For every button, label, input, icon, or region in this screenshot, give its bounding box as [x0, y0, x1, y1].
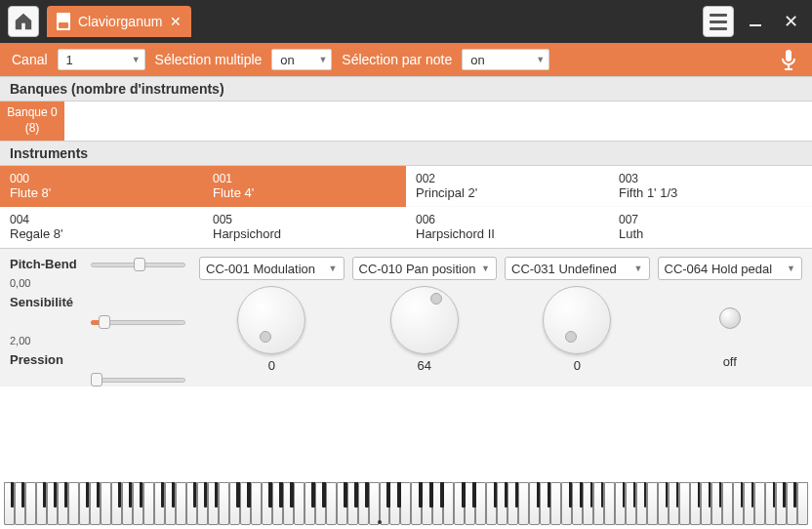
- black-key[interactable]: [569, 482, 573, 508]
- black-key[interactable]: [279, 482, 283, 508]
- cc-select[interactable]: CC-064 Hold pedal▼: [658, 257, 803, 280]
- cc-select[interactable]: CC-031 Undefined▼: [505, 257, 650, 280]
- chevron-down-icon: ▼: [536, 55, 545, 64]
- black-key[interactable]: [193, 482, 195, 508]
- black-key[interactable]: [140, 482, 142, 508]
- black-key[interactable]: [644, 482, 646, 508]
- title-bar: Claviorganum ✕ ✕: [0, 0, 812, 43]
- instrument-number: 003: [619, 172, 802, 185]
- chevron-down-icon: ▼: [634, 264, 643, 273]
- tab-close-icon[interactable]: ✕: [170, 14, 182, 29]
- black-key[interactable]: [54, 482, 56, 508]
- bank-cell[interactable]: Banque 0 (8): [0, 102, 64, 141]
- cc-knob-row: 0640off: [199, 286, 802, 373]
- instrument-name: Luth: [619, 226, 802, 241]
- home-icon: [13, 12, 34, 31]
- pitchbend-slider[interactable]: [91, 258, 185, 271]
- black-key[interactable]: [719, 482, 721, 508]
- black-key[interactable]: [129, 482, 131, 508]
- instrument-cell[interactable]: 005Harpsichord: [203, 207, 406, 248]
- black-key[interactable]: [741, 482, 743, 508]
- black-key[interactable]: [236, 482, 240, 508]
- cc-led[interactable]: [719, 307, 741, 329]
- cc-knob[interactable]: [390, 286, 459, 354]
- black-key[interactable]: [365, 482, 369, 508]
- black-key[interactable]: [773, 482, 775, 508]
- cc-column: CC-001 Modulation▼CC-010 Pan position▼CC…: [199, 257, 802, 373]
- black-key[interactable]: [161, 482, 163, 508]
- sensibility-slider[interactable]: [91, 315, 185, 329]
- black-key[interactable]: [11, 482, 13, 508]
- window-minimize-button[interactable]: [742, 8, 769, 35]
- black-key[interactable]: [666, 482, 668, 508]
- virtual-keyboard[interactable]: [4, 482, 808, 525]
- black-key[interactable]: [354, 482, 358, 508]
- black-key[interactable]: [322, 482, 326, 508]
- home-button[interactable]: [8, 6, 39, 37]
- instrument-name: Harpsichord II: [416, 226, 599, 241]
- cc-knob-cell: off: [658, 286, 803, 373]
- instrument-cell[interactable]: 001Flute 4': [203, 166, 406, 207]
- black-key[interactable]: [472, 482, 476, 508]
- black-key[interactable]: [397, 482, 401, 508]
- instrument-cell[interactable]: 000Flute 8': [0, 166, 203, 207]
- note-select[interactable]: on ▼: [462, 49, 549, 70]
- black-key[interactable]: [86, 482, 88, 508]
- black-key[interactable]: [783, 482, 785, 508]
- black-key[interactable]: [215, 482, 217, 508]
- black-key[interactable]: [172, 482, 174, 508]
- black-key[interactable]: [43, 482, 45, 508]
- cc-knob[interactable]: [237, 286, 305, 354]
- black-key[interactable]: [537, 482, 541, 508]
- black-key[interactable]: [709, 482, 710, 508]
- black-key[interactable]: [515, 482, 519, 508]
- instrument-number: 007: [619, 213, 802, 226]
- black-key[interactable]: [751, 482, 753, 508]
- black-key[interactable]: [698, 482, 700, 508]
- black-key[interactable]: [204, 482, 206, 508]
- black-key[interactable]: [590, 482, 592, 508]
- black-key[interactable]: [344, 482, 347, 508]
- black-key[interactable]: [548, 482, 551, 508]
- multi-select-value: on: [280, 53, 294, 67]
- black-key[interactable]: [676, 482, 678, 508]
- black-key[interactable]: [793, 482, 795, 508]
- black-key[interactable]: [97, 482, 99, 508]
- black-key[interactable]: [118, 482, 120, 508]
- instrument-cell[interactable]: 004Regale 8': [0, 207, 203, 248]
- instrument-cell[interactable]: 007Luth: [609, 207, 812, 248]
- black-key[interactable]: [494, 482, 498, 508]
- menu-button[interactable]: [703, 6, 734, 37]
- black-key[interactable]: [429, 482, 433, 508]
- instrument-cell[interactable]: 003Fifth 1' 1/3: [609, 166, 812, 207]
- microphone-icon[interactable]: [777, 48, 800, 71]
- cc-label: CC-001 Modulation: [206, 262, 315, 276]
- instrument-cell[interactable]: 002Principal 2': [406, 166, 609, 207]
- cc-select[interactable]: CC-010 Pan position▼: [352, 257, 498, 280]
- multi-select[interactable]: on ▼: [271, 49, 332, 70]
- cc-select[interactable]: CC-001 Modulation▼: [199, 257, 345, 280]
- pressure-slider[interactable]: [91, 373, 185, 387]
- black-key[interactable]: [64, 482, 66, 508]
- black-key[interactable]: [601, 482, 603, 508]
- instrument-name: Regale 8': [10, 226, 193, 241]
- black-key[interactable]: [440, 482, 444, 508]
- window-close-button[interactable]: ✕: [777, 8, 804, 35]
- canal-select[interactable]: 1 ▼: [58, 49, 145, 70]
- black-key[interactable]: [21, 482, 23, 508]
- black-key[interactable]: [623, 482, 625, 508]
- black-key[interactable]: [268, 482, 272, 508]
- black-key[interactable]: [386, 482, 390, 508]
- multi-select-label: Sélection multiple: [155, 52, 263, 67]
- black-key[interactable]: [505, 482, 508, 508]
- black-key[interactable]: [290, 482, 294, 508]
- black-key[interactable]: [462, 482, 466, 508]
- black-key[interactable]: [311, 482, 315, 508]
- black-key[interactable]: [419, 482, 423, 508]
- instrument-cell[interactable]: 006Harpsichord II: [406, 207, 609, 248]
- document-tab[interactable]: Claviorganum ✕: [47, 6, 191, 37]
- black-key[interactable]: [247, 482, 251, 508]
- cc-knob[interactable]: [543, 286, 611, 354]
- sensibility-value: 2,00: [10, 335, 185, 346]
- black-key[interactable]: [633, 482, 635, 508]
